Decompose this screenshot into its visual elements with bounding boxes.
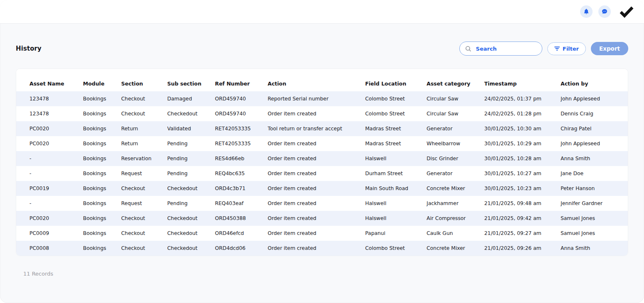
table-cell: Air Compressor bbox=[427, 211, 484, 226]
table-cell: 123478 bbox=[16, 106, 83, 121]
table-cell: Bookings bbox=[83, 181, 121, 196]
records-count: 11 Records bbox=[23, 271, 53, 277]
table-cell: Halswell bbox=[365, 211, 427, 226]
table-cell: Order item created bbox=[268, 181, 365, 196]
table-cell: Peter Hanson bbox=[561, 181, 628, 196]
table-cell: 21/01/2025, 09:26 am bbox=[484, 241, 561, 256]
column-header: Asset Name bbox=[16, 69, 83, 91]
app-window: History Filt bbox=[0, 0, 644, 303]
table-cell: John Appleseed bbox=[561, 91, 628, 106]
table-cell: Madras Street bbox=[365, 121, 427, 136]
column-header: Section bbox=[121, 69, 167, 91]
table-cell: PC0019 bbox=[16, 181, 83, 196]
table-cell: Pending bbox=[167, 151, 215, 166]
table-cell: Request bbox=[121, 166, 167, 181]
table-row: 123478BookingsCheckoutCheckedoutORD45974… bbox=[16, 106, 628, 121]
table-cell: Durham Street bbox=[365, 166, 427, 181]
table-cell: Reservation bbox=[121, 151, 167, 166]
table-cell: Order item created bbox=[268, 211, 365, 226]
table-cell: Checkedout bbox=[167, 211, 215, 226]
table-cell: Colombo Street bbox=[365, 241, 427, 256]
table-row: PC0008BookingsCheckoutCheckedoutORD4dcd0… bbox=[16, 241, 628, 256]
bell-icon bbox=[583, 8, 590, 15]
table-cell: Samuel Jones bbox=[561, 226, 628, 241]
table-cell: 30/01/2025, 10:28 am bbox=[484, 151, 561, 166]
chat-button[interactable] bbox=[598, 5, 611, 18]
table-row: PC0009BookingsCheckoutCheckedoutORD46efc… bbox=[16, 226, 628, 241]
topbar bbox=[0, 0, 644, 24]
table-cell: 30/01/2025, 10:29 am bbox=[484, 136, 561, 151]
search-input[interactable] bbox=[476, 46, 534, 52]
table-cell: Pending bbox=[167, 136, 215, 151]
table-cell: 30/01/2025, 10:23 am bbox=[484, 181, 561, 196]
table-cell: Bookings bbox=[83, 121, 121, 136]
table-cell: 24/02/2025, 01:37 pm bbox=[484, 91, 561, 106]
table-cell: Pending bbox=[167, 166, 215, 181]
table-cell: ORD459740 bbox=[215, 91, 268, 106]
table-row: PC0019BookingsCheckoutCheckedoutORD4c3b7… bbox=[16, 181, 628, 196]
filter-button[interactable]: Filter bbox=[547, 42, 586, 55]
table-cell: Bookings bbox=[83, 151, 121, 166]
table-cell: Main South Road bbox=[365, 181, 427, 196]
table-cell: PC0020 bbox=[16, 121, 83, 136]
column-header: Field Location bbox=[365, 69, 427, 91]
table-cell: ORD4dcd06 bbox=[215, 241, 268, 256]
notifications-button[interactable] bbox=[580, 5, 593, 18]
toolbar: Filter Export bbox=[459, 42, 628, 56]
table-cell: 21/01/2025, 09:42 am bbox=[484, 211, 561, 226]
history-table-header: Asset NameModuleSectionSub sectionRef Nu… bbox=[16, 69, 628, 91]
table-cell: Bookings bbox=[83, 241, 121, 256]
chat-icon bbox=[601, 8, 608, 15]
app-logo-checkmark-icon bbox=[619, 5, 634, 18]
column-header: Asset category bbox=[427, 69, 484, 91]
table-cell: Circular Saw bbox=[427, 91, 484, 106]
table-cell: Request bbox=[121, 196, 167, 211]
search-icon bbox=[465, 45, 472, 52]
history-table: Asset NameModuleSectionSub sectionRef Nu… bbox=[16, 69, 628, 256]
table-cell: RET42053335 bbox=[215, 136, 268, 151]
column-header: Action bbox=[268, 69, 365, 91]
table-cell: Checkedout bbox=[167, 226, 215, 241]
table-cell: Samuel Jones bbox=[561, 211, 628, 226]
table-cell: Disc Grinder bbox=[427, 151, 484, 166]
table-cell: Generator bbox=[427, 166, 484, 181]
table-cell: Damaged bbox=[167, 91, 215, 106]
table-cell: REQ4bc635 bbox=[215, 166, 268, 181]
page-header: History Filt bbox=[16, 39, 628, 58]
page-title: History bbox=[16, 45, 41, 52]
table-cell: Chirag Patel bbox=[561, 121, 628, 136]
table-cell: 30/01/2025, 10:30 am bbox=[484, 121, 561, 136]
table-cell: John Appleseed bbox=[561, 136, 628, 151]
table-cell: Tool return or transfer accept bbox=[268, 121, 365, 136]
table-cell: Dennis Craig bbox=[561, 106, 628, 121]
export-button[interactable]: Export bbox=[591, 42, 628, 55]
table-cell: Order item created bbox=[268, 241, 365, 256]
table-cell: Anna Smith bbox=[561, 241, 628, 256]
table-cell: Concrete Mixer bbox=[427, 181, 484, 196]
table-cell: Order item created bbox=[268, 166, 365, 181]
table-cell: Checkedout bbox=[167, 181, 215, 196]
table-cell: Checkout bbox=[121, 226, 167, 241]
table-cell: - bbox=[16, 196, 83, 211]
table-cell: Bookings bbox=[83, 91, 121, 106]
table-cell: Wheelbarrow bbox=[427, 136, 484, 151]
search-box[interactable] bbox=[459, 42, 542, 56]
table-cell: Pending bbox=[167, 196, 215, 211]
table-cell: PC0008 bbox=[16, 241, 83, 256]
table-cell: Madras Street bbox=[365, 136, 427, 151]
filter-button-label: Filter bbox=[563, 46, 579, 52]
table-cell: Checkout bbox=[121, 91, 167, 106]
table-cell: RET42053335 bbox=[215, 121, 268, 136]
history-table-body: 123478BookingsCheckoutDamagedORD459740Re… bbox=[16, 91, 628, 256]
table-cell: Halswell bbox=[365, 196, 427, 211]
table-cell: Circular Saw bbox=[427, 106, 484, 121]
table-cell: Checkout bbox=[121, 241, 167, 256]
column-header: Ref Number bbox=[215, 69, 268, 91]
table-cell: 21/01/2025, 09:48 am bbox=[484, 196, 561, 211]
table-cell: ORD459740 bbox=[215, 106, 268, 121]
table-cell: Jane Doe bbox=[561, 166, 628, 181]
table-row: PC0020BookingsCheckoutCheckedoutORD45038… bbox=[16, 211, 628, 226]
table-cell: Colombo Street bbox=[365, 106, 427, 121]
table-cell: Checkout bbox=[121, 181, 167, 196]
table-cell: Checkout bbox=[121, 211, 167, 226]
